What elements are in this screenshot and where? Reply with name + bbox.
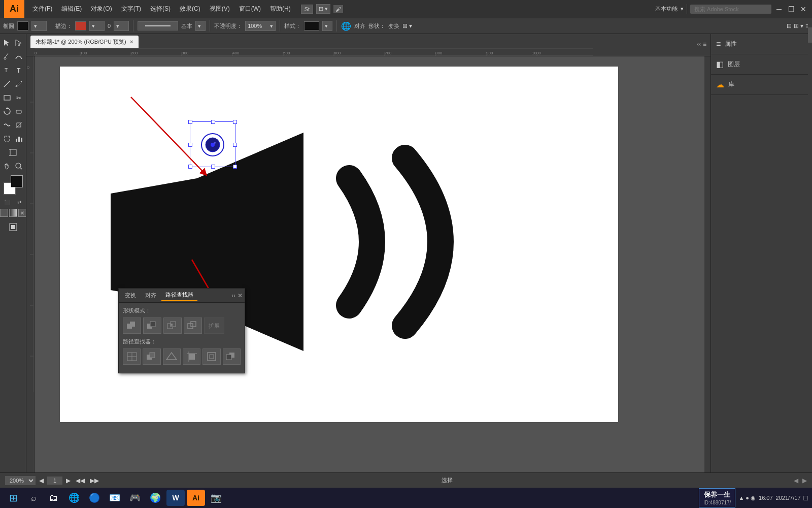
zoom-tool[interactable] — [13, 160, 25, 173]
canvas-tab[interactable]: 未标题-1* @ 200% (RGB/GPU 预览) ✕ — [30, 36, 139, 48]
none-btn[interactable]: ✕ — [18, 209, 26, 217]
free-transform-tool[interactable] — [2, 132, 13, 145]
minimize-btn[interactable]: ─ — [774, 5, 784, 14]
stroke-dropdown[interactable]: ▾ — [89, 21, 105, 31]
first-page-btn[interactable]: ◀◀ — [74, 477, 86, 484]
paint-bucket-icon[interactable]: 🖌 — [333, 5, 343, 13]
artboard-tool-btn[interactable]: St — [301, 5, 313, 14]
search-input[interactable] — [690, 5, 771, 14]
transform-more-btn[interactable]: ⊞ ▾ — [402, 22, 412, 29]
scale-tool[interactable] — [13, 118, 25, 132]
layers-panel-btn[interactable]: ◧ 图层 — [711, 54, 812, 75]
taskbar-photo-btn[interactable]: 📷 — [207, 490, 225, 506]
pen-tool[interactable] — [2, 50, 13, 63]
menu-text[interactable]: 文字(T) — [117, 3, 145, 15]
win-search-btn[interactable]: ⌕ — [24, 490, 43, 506]
library-panel-btn[interactable]: ☁ 库 — [711, 75, 812, 95]
arrange-btn[interactable]: ⊞ ▾ — [316, 4, 330, 14]
last-page-btn[interactable]: ▶▶ — [88, 477, 100, 484]
hand-tool[interactable] — [2, 160, 13, 173]
win-start-btn[interactable]: ⊞ — [4, 490, 22, 506]
rect-tool[interactable] — [2, 91, 13, 104]
crop-btn[interactable] — [183, 348, 200, 365]
panel-tab-transform[interactable]: 变换 — [121, 290, 140, 301]
menu-help[interactable]: 帮助(H) — [266, 3, 295, 15]
rotate-tool[interactable] — [2, 105, 13, 118]
taskbar-word-btn[interactable]: W — [166, 490, 185, 506]
foreground-color-swatch[interactable] — [11, 175, 23, 187]
notification-btn[interactable]: □ — [804, 494, 808, 502]
fill-swatch[interactable] — [17, 21, 28, 30]
taskbar-app4-btn[interactable]: 🎮 — [126, 490, 144, 506]
taskbar-ai-btn[interactable]: Ai — [187, 490, 205, 506]
color-btn[interactable] — [0, 209, 8, 217]
trim-btn[interactable] — [143, 348, 160, 365]
menu-file[interactable]: 文件(F) — [28, 3, 56, 15]
stroke-swatch[interactable] — [75, 21, 86, 30]
properties-panel-btn[interactable]: ≡ 属性 — [711, 34, 812, 54]
pencil-tool[interactable] — [13, 77, 25, 90]
stroke-unit-dropdown[interactable]: ▾ — [114, 21, 129, 31]
canvas-work-area[interactable]: 变换 对齐 路径查找器 ‹‹ ✕ 形状模式： — [35, 56, 704, 472]
right-scroll-thumb[interactable] — [808, 27, 812, 43]
scroll-left-btn[interactable]: ◀ — [794, 477, 798, 484]
sel-handle-tc[interactable] — [211, 120, 215, 124]
workspace-dropdown-icon[interactable]: ▾ — [681, 6, 684, 12]
scroll-right-btn[interactable]: ▶ — [802, 477, 807, 484]
close-btn[interactable]: ✕ — [799, 5, 808, 14]
circle-element[interactable] — [199, 132, 226, 158]
menu-window[interactable]: 窗口(W) — [235, 3, 265, 15]
stroke-type-dropdown[interactable]: ▾ — [195, 21, 206, 31]
minus-front-btn[interactable] — [143, 318, 161, 334]
warp-tool[interactable] — [2, 118, 13, 132]
menu-effect[interactable]: 效果(C) — [176, 3, 205, 15]
graph-tool[interactable] — [13, 132, 25, 145]
taskbar-app3-btn[interactable]: 📧 — [106, 490, 124, 506]
menu-edit[interactable]: 编辑(E) — [57, 3, 86, 15]
direct-selection-tool[interactable] — [13, 36, 25, 49]
divide-btn[interactable] — [123, 348, 141, 365]
page-number-input[interactable] — [47, 477, 62, 485]
sel-handle-tr[interactable] — [233, 120, 237, 124]
panel-tab-pathfinder[interactable]: 路径查找器 — [161, 290, 197, 301]
tab-close-btn[interactable]: ✕ — [129, 39, 133, 45]
canvas-scroll-right[interactable] — [704, 56, 710, 472]
line-tool[interactable] — [2, 77, 13, 90]
taskbar-files-btn[interactable]: 🗂 — [45, 490, 63, 506]
selection-tool[interactable] — [2, 36, 13, 49]
panel-collapse-btn[interactable]: ‹‹ — [231, 292, 235, 299]
panel-menu-btn[interactable]: ✕ — [238, 292, 243, 299]
intersect-btn[interactable] — [163, 318, 182, 334]
arrange-panels-left[interactable]: ‹‹ — [697, 41, 701, 48]
merge-btn[interactable] — [163, 348, 181, 365]
workspace-label[interactable]: 基本功能 — [655, 5, 678, 13]
right-scrollbar[interactable] — [808, 22, 812, 327]
fill-dropdown[interactable]: ▾ — [31, 21, 47, 31]
taskbar-ie-btn[interactable]: 🌐 — [65, 490, 83, 506]
menu-select[interactable]: 选择(S) — [146, 3, 175, 15]
eraser-tool[interactable] — [13, 105, 25, 118]
minus-back-btn[interactable] — [223, 348, 241, 365]
panel-tab-align[interactable]: 对齐 — [141, 290, 160, 301]
swap-colors-btn[interactable]: ⇄ — [14, 198, 25, 206]
style-dropdown[interactable]: ▾ — [322, 21, 332, 31]
opacity-value[interactable]: 100% ▾ — [245, 21, 276, 31]
arrange-panels-right[interactable]: ≡ — [703, 41, 706, 48]
view-toggle-btn[interactable]: ⊟ — [787, 22, 792, 29]
zoom-dropdown[interactable]: 200% 100% 150% 50% — [5, 476, 36, 485]
taskbar-chrome-btn[interactable]: 🌍 — [146, 490, 164, 506]
add-anchor-tool[interactable]: T — [2, 64, 13, 77]
style-swatch[interactable] — [304, 21, 319, 30]
restore-btn[interactable]: ❐ — [787, 5, 796, 14]
scissors-tool[interactable]: ✂ — [13, 91, 25, 104]
zoom-out-btn[interactable]: ◀ — [38, 477, 45, 484]
menu-object[interactable]: 对象(O) — [87, 3, 116, 15]
change-screen-mode-btn[interactable] — [2, 220, 25, 234]
globe-icon[interactable]: 🌐 — [341, 21, 351, 31]
outline-btn[interactable] — [202, 348, 220, 365]
menu-view[interactable]: 视图(V) — [206, 3, 234, 15]
type-tool[interactable]: T — [13, 64, 25, 77]
taskbar-mail-btn[interactable]: 🔵 — [85, 490, 104, 506]
gradient-btn[interactable] — [9, 209, 17, 217]
curvature-tool[interactable] — [13, 50, 25, 63]
